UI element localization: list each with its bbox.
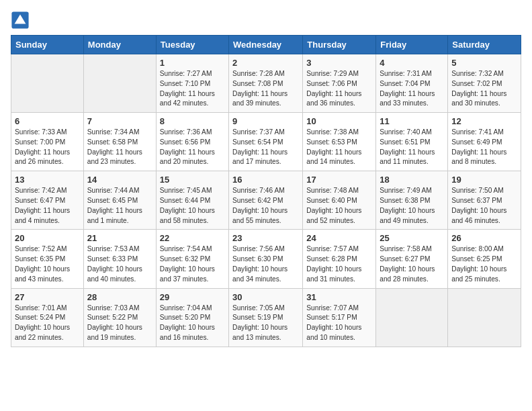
calendar-week-row: 20Sunrise: 7:52 AM Sunset: 6:35 PM Dayli…: [11, 230, 521, 288]
calendar-cell: 7Sunrise: 7:34 AM Sunset: 6:58 PM Daylig…: [83, 113, 156, 171]
calendar-cell: 20Sunrise: 7:52 AM Sunset: 6:35 PM Dayli…: [11, 230, 84, 288]
day-info: Sunrise: 7:04 AM Sunset: 5:20 PM Dayligh…: [160, 304, 225, 343]
day-info: Sunrise: 7:41 AM Sunset: 6:49 PM Dayligh…: [451, 128, 517, 167]
day-number: 29: [160, 292, 225, 302]
calendar-cell: 23Sunrise: 7:56 AM Sunset: 6:30 PM Dayli…: [229, 230, 303, 288]
day-info: Sunrise: 7:03 AM Sunset: 5:22 PM Dayligh…: [87, 304, 152, 343]
day-info: Sunrise: 7:50 AM Sunset: 6:37 PM Dayligh…: [451, 186, 517, 226]
weekday-header: Monday: [83, 36, 156, 54]
calendar-cell: 28Sunrise: 7:03 AM Sunset: 5:22 PM Dayli…: [83, 288, 156, 347]
day-info: Sunrise: 7:40 AM Sunset: 6:51 PM Dayligh…: [380, 128, 444, 167]
day-info: Sunrise: 7:37 AM Sunset: 6:54 PM Dayligh…: [232, 128, 299, 167]
calendar-cell: 19Sunrise: 7:50 AM Sunset: 6:37 PM Dayli…: [448, 171, 521, 230]
day-number: 24: [306, 233, 372, 243]
calendar-cell: 11Sunrise: 7:40 AM Sunset: 6:51 PM Dayli…: [376, 113, 448, 171]
calendar-cell: 31Sunrise: 7:07 AM Sunset: 5:17 PM Dayli…: [303, 288, 376, 347]
day-info: Sunrise: 7:56 AM Sunset: 6:30 PM Dayligh…: [232, 244, 299, 284]
day-info: Sunrise: 7:42 AM Sunset: 6:47 PM Dayligh…: [15, 186, 80, 226]
calendar-cell: 1Sunrise: 7:27 AM Sunset: 7:10 PM Daylig…: [156, 54, 228, 113]
day-number: 9: [232, 116, 299, 126]
day-info: Sunrise: 7:05 AM Sunset: 5:19 PM Dayligh…: [232, 304, 299, 343]
calendar-cell: 16Sunrise: 7:46 AM Sunset: 6:42 PM Dayli…: [229, 171, 303, 230]
day-info: Sunrise: 7:54 AM Sunset: 6:32 PM Dayligh…: [160, 244, 225, 284]
day-info: Sunrise: 7:33 AM Sunset: 7:00 PM Dayligh…: [15, 128, 80, 167]
day-info: Sunrise: 7:28 AM Sunset: 7:08 PM Dayligh…: [232, 69, 299, 109]
day-info: Sunrise: 7:44 AM Sunset: 6:45 PM Dayligh…: [87, 186, 152, 226]
calendar-cell: 22Sunrise: 7:54 AM Sunset: 6:32 PM Dayli…: [156, 230, 228, 288]
day-info: Sunrise: 7:34 AM Sunset: 6:58 PM Dayligh…: [87, 128, 152, 167]
calendar-cell: 9Sunrise: 7:37 AM Sunset: 6:54 PM Daylig…: [229, 113, 303, 171]
day-info: Sunrise: 7:29 AM Sunset: 7:06 PM Dayligh…: [306, 69, 372, 109]
calendar-cell: 10Sunrise: 7:38 AM Sunset: 6:53 PM Dayli…: [303, 113, 376, 171]
weekday-header: Sunday: [11, 36, 84, 54]
calendar-cell: 12Sunrise: 7:41 AM Sunset: 6:49 PM Dayli…: [448, 113, 521, 171]
day-number: 20: [15, 233, 80, 243]
calendar-week-row: 6Sunrise: 7:33 AM Sunset: 7:00 PM Daylig…: [11, 113, 521, 171]
day-number: 10: [306, 116, 372, 126]
calendar-week-row: 27Sunrise: 7:01 AM Sunset: 5:24 PM Dayli…: [11, 288, 521, 347]
day-number: 15: [160, 175, 225, 185]
day-number: 19: [451, 175, 517, 185]
day-number: 2: [232, 58, 299, 68]
weekday-header: Friday: [376, 36, 448, 54]
day-info: Sunrise: 7:57 AM Sunset: 6:28 PM Dayligh…: [306, 244, 372, 284]
day-info: Sunrise: 7:46 AM Sunset: 6:42 PM Dayligh…: [232, 186, 299, 226]
day-number: 3: [306, 58, 372, 68]
day-info: Sunrise: 7:32 AM Sunset: 7:02 PM Dayligh…: [451, 69, 517, 109]
day-info: Sunrise: 7:49 AM Sunset: 6:38 PM Dayligh…: [380, 186, 444, 226]
day-number: 6: [15, 116, 80, 126]
calendar-week-row: 13Sunrise: 7:42 AM Sunset: 6:47 PM Dayli…: [11, 171, 521, 230]
calendar-cell: 17Sunrise: 7:48 AM Sunset: 6:40 PM Dayli…: [303, 171, 376, 230]
day-info: Sunrise: 7:52 AM Sunset: 6:35 PM Dayligh…: [15, 244, 80, 284]
calendar-cell: 30Sunrise: 7:05 AM Sunset: 5:19 PM Dayli…: [229, 288, 303, 347]
calendar-cell: [83, 54, 156, 113]
calendar-cell: [376, 288, 448, 347]
day-number: 23: [232, 233, 299, 243]
day-number: 11: [380, 116, 444, 126]
day-number: 27: [15, 292, 80, 302]
weekday-header: Thursday: [303, 36, 376, 54]
calendar-cell: 13Sunrise: 7:42 AM Sunset: 6:47 PM Dayli…: [11, 171, 84, 230]
day-info: Sunrise: 8:00 AM Sunset: 6:25 PM Dayligh…: [451, 244, 517, 284]
day-info: Sunrise: 7:48 AM Sunset: 6:40 PM Dayligh…: [306, 186, 372, 226]
weekday-header: Saturday: [448, 36, 521, 54]
day-number: 21: [87, 233, 152, 243]
day-number: 25: [380, 233, 444, 243]
calendar-cell: 27Sunrise: 7:01 AM Sunset: 5:24 PM Dayli…: [11, 288, 84, 347]
day-info: Sunrise: 7:07 AM Sunset: 5:17 PM Dayligh…: [306, 304, 372, 343]
day-number: 30: [232, 292, 299, 302]
calendar-week-row: 1Sunrise: 7:27 AM Sunset: 7:10 PM Daylig…: [11, 54, 521, 113]
day-number: 1: [160, 58, 225, 68]
calendar-cell: 8Sunrise: 7:36 AM Sunset: 6:56 PM Daylig…: [156, 113, 228, 171]
day-info: Sunrise: 7:38 AM Sunset: 6:53 PM Dayligh…: [306, 128, 372, 167]
day-number: 8: [160, 116, 225, 126]
day-info: Sunrise: 7:36 AM Sunset: 6:56 PM Dayligh…: [160, 128, 225, 167]
day-info: Sunrise: 7:01 AM Sunset: 5:24 PM Dayligh…: [15, 304, 80, 343]
page-header: [11, 11, 521, 30]
day-number: 28: [87, 292, 152, 302]
day-number: 14: [87, 175, 152, 185]
calendar-cell: 25Sunrise: 7:58 AM Sunset: 6:27 PM Dayli…: [376, 230, 448, 288]
calendar-cell: [448, 288, 521, 347]
calendar-cell: 26Sunrise: 8:00 AM Sunset: 6:25 PM Dayli…: [448, 230, 521, 288]
calendar-cell: 4Sunrise: 7:31 AM Sunset: 7:04 PM Daylig…: [376, 54, 448, 113]
calendar-cell: 6Sunrise: 7:33 AM Sunset: 7:00 PM Daylig…: [11, 113, 84, 171]
calendar-cell: [11, 54, 84, 113]
day-info: Sunrise: 7:53 AM Sunset: 6:33 PM Dayligh…: [87, 244, 152, 284]
calendar-cell: 24Sunrise: 7:57 AM Sunset: 6:28 PM Dayli…: [303, 230, 376, 288]
day-number: 13: [15, 175, 80, 185]
day-number: 26: [451, 233, 517, 243]
day-number: 5: [451, 58, 517, 68]
day-number: 16: [232, 175, 299, 185]
calendar-cell: 21Sunrise: 7:53 AM Sunset: 6:33 PM Dayli…: [83, 230, 156, 288]
day-info: Sunrise: 7:31 AM Sunset: 7:04 PM Dayligh…: [380, 69, 444, 109]
calendar-cell: 15Sunrise: 7:45 AM Sunset: 6:44 PM Dayli…: [156, 171, 228, 230]
calendar-cell: 5Sunrise: 7:32 AM Sunset: 7:02 PM Daylig…: [448, 54, 521, 113]
calendar-cell: 3Sunrise: 7:29 AM Sunset: 7:06 PM Daylig…: [303, 54, 376, 113]
day-number: 12: [451, 116, 517, 126]
logo-icon: [11, 11, 30, 30]
day-number: 31: [306, 292, 372, 302]
calendar-table: SundayMondayTuesdayWednesdayThursdayFrid…: [11, 35, 521, 347]
calendar-cell: 14Sunrise: 7:44 AM Sunset: 6:45 PM Dayli…: [83, 171, 156, 230]
day-info: Sunrise: 7:45 AM Sunset: 6:44 PM Dayligh…: [160, 186, 225, 226]
